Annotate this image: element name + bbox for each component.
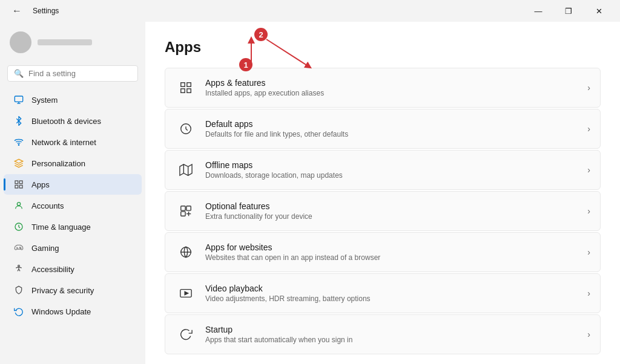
settings-item-offline-maps[interactable]: Offline maps Downloads, storage location… <box>165 150 601 190</box>
gaming-icon <box>13 242 24 253</box>
bluetooth-icon <box>13 115 24 126</box>
sidebar-item-label: System <box>31 96 58 105</box>
sidebar-item-update[interactable]: Windows Update <box>4 301 142 322</box>
title-bar-left: ← Settings <box>7 3 59 19</box>
svg-rect-21 <box>181 206 185 210</box>
svg-rect-0 <box>15 96 22 102</box>
svg-marker-18 <box>180 164 192 175</box>
privacy-icon <box>13 285 24 296</box>
video-playback-icon <box>175 282 197 304</box>
sidebar-item-label: Accounts <box>31 201 64 210</box>
svg-rect-16 <box>187 89 191 93</box>
sidebar-item-label: Network & internet <box>31 138 96 147</box>
search-box[interactable]: 🔍 <box>7 65 138 82</box>
sidebar-item-system[interactable]: System <box>4 89 142 110</box>
settings-item-title: Startup <box>205 325 582 334</box>
settings-item-default-apps[interactable]: Default apps Defaults for file and link … <box>165 109 601 149</box>
settings-list: Apps & features Installed apps, app exec… <box>165 68 601 354</box>
settings-item-optional-features[interactable]: Optional features Extra functionality fo… <box>165 191 601 231</box>
page-title: Apps <box>165 39 601 56</box>
startup-icon <box>175 323 197 345</box>
svg-point-3 <box>18 145 19 145</box>
sidebar: 🔍 System Bluetooth & devices Network & i… <box>0 22 145 364</box>
accounts-icon <box>13 200 24 211</box>
offline-maps-icon <box>175 159 197 181</box>
minimize-button[interactable]: — <box>524 2 552 19</box>
svg-rect-23 <box>181 212 185 216</box>
sidebar-item-label: Apps <box>31 180 50 189</box>
svg-point-11 <box>21 248 21 249</box>
svg-rect-5 <box>19 181 22 184</box>
settings-item-startup[interactable]: Startup Apps that start automatically wh… <box>165 314 601 354</box>
sidebar-item-gaming[interactable]: Gaming <box>4 238 142 258</box>
settings-item-desc: Video adjustments, HDR streaming, batter… <box>205 294 582 303</box>
settings-item-desc: Defaults for file and link types, other … <box>205 130 582 138</box>
update-icon <box>13 306 24 317</box>
title-bar-controls: — ❐ ✕ <box>524 2 613 19</box>
optional-features-icon <box>175 200 197 222</box>
sidebar-item-accounts[interactable]: Accounts <box>4 195 142 216</box>
sidebar-item-label: Bluetooth & devices <box>31 117 101 126</box>
chevron-right-icon: › <box>587 206 590 216</box>
app-title: Settings <box>33 7 59 15</box>
network-icon <box>13 137 24 148</box>
chevron-right-icon: › <box>587 83 590 93</box>
chevron-right-icon: › <box>587 330 590 339</box>
sidebar-item-privacy[interactable]: Privacy & security <box>4 280 142 301</box>
main-content: Apps Apps & features Installed apps, app… <box>145 22 620 364</box>
chevron-right-icon: › <box>587 124 590 134</box>
svg-rect-14 <box>187 83 191 86</box>
settings-item-video-playback[interactable]: Video playback Video adjustments, HDR st… <box>165 273 601 313</box>
default-apps-icon <box>175 118 197 140</box>
sidebar-item-bluetooth[interactable]: Bluetooth & devices <box>4 111 142 131</box>
settings-item-desc: Extra functionality for your device <box>205 212 582 221</box>
chevron-right-icon: › <box>587 165 590 175</box>
settings-item-title: Apps for websites <box>205 242 582 252</box>
settings-item-desc: Installed apps, app execution aliases <box>205 89 582 97</box>
sidebar-item-apps[interactable]: Apps <box>4 174 142 195</box>
svg-rect-22 <box>186 206 191 210</box>
settings-item-apps-websites[interactable]: Apps for websites Websites that can open… <box>165 232 601 272</box>
settings-item-title: Offline maps <box>205 160 582 170</box>
svg-rect-13 <box>181 83 185 86</box>
search-icon: 🔍 <box>14 69 24 78</box>
svg-marker-29 <box>185 291 188 295</box>
settings-item-desc: Downloads, storage location, map updates <box>205 171 582 180</box>
sidebar-item-label: Windows Update <box>31 307 91 316</box>
search-input[interactable] <box>28 69 131 78</box>
svg-point-8 <box>17 203 20 206</box>
avatar <box>10 31 31 53</box>
svg-rect-15 <box>181 89 185 93</box>
sidebar-item-network[interactable]: Network & internet <box>4 132 142 152</box>
time-icon <box>13 221 24 232</box>
app-content: 🔍 System Bluetooth & devices Network & i… <box>0 22 620 364</box>
title-bar: ← Settings — ❐ ✕ <box>0 0 620 22</box>
settings-item-title: Apps & features <box>205 78 582 88</box>
sidebar-item-label: Gaming <box>31 244 59 253</box>
settings-item-apps-features[interactable]: Apps & features Installed apps, app exec… <box>165 68 601 108</box>
settings-item-desc: Apps that start automatically when you s… <box>205 336 582 344</box>
svg-line-33 <box>266 39 309 67</box>
close-button[interactable]: ✕ <box>585 2 613 19</box>
sidebar-item-personalization[interactable]: Personalization <box>4 153 142 174</box>
chevron-right-icon: › <box>587 247 590 257</box>
sidebar-item-label: Time & language <box>31 223 91 232</box>
sidebar-item-label: Personalization <box>31 159 85 168</box>
svg-rect-4 <box>15 181 18 184</box>
sidebar-item-accessibility[interactable]: Accessibility <box>4 259 142 279</box>
svg-rect-6 <box>15 185 18 188</box>
sidebar-item-label: Privacy & security <box>31 286 94 295</box>
maximize-button[interactable]: ❐ <box>555 2 582 19</box>
accessibility-icon <box>13 264 24 275</box>
svg-rect-7 <box>19 185 22 188</box>
settings-item-title: Default apps <box>205 119 582 129</box>
sidebar-item-time[interactable]: Time & language <box>4 216 142 237</box>
profile-section <box>0 27 145 63</box>
system-icon <box>13 94 24 105</box>
apps-websites-icon <box>175 241 197 263</box>
settings-item-desc: Websites that can open in an app instead… <box>205 253 582 262</box>
chevron-right-icon: › <box>587 288 590 298</box>
apps-icon <box>13 179 24 190</box>
back-button[interactable]: ← <box>7 3 27 19</box>
profile-name <box>38 39 92 45</box>
